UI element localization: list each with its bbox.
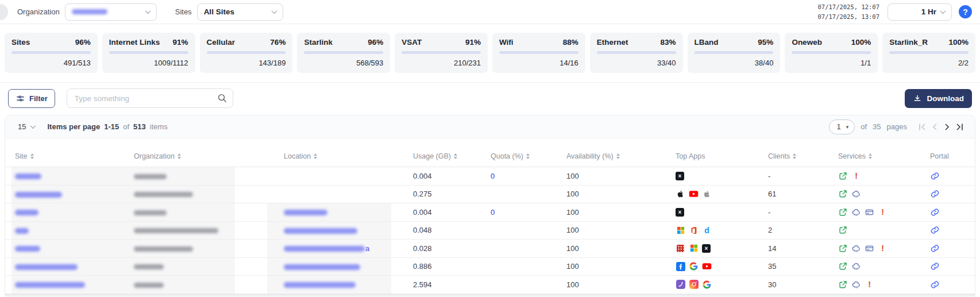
progress-bar — [207, 51, 286, 54]
top-apps-cell: × — [676, 208, 768, 217]
stat-count: 38/40 — [695, 59, 774, 67]
edge-toggle[interactable] — [0, 4, 8, 20]
sites-select[interactable]: All Sites — [197, 3, 283, 21]
alert-icon[interactable]: ! — [851, 171, 861, 181]
alert-icon[interactable]: ! — [878, 244, 888, 253]
site-link-blurred[interactable] — [15, 210, 38, 215]
location-link-blurred[interactable] — [284, 264, 360, 270]
portal-link-icon[interactable] — [930, 261, 940, 271]
column-header-location[interactable]: Location — [284, 152, 413, 160]
site-link-blurred[interactable] — [15, 173, 41, 179]
column-header-clients[interactable]: Clients — [768, 152, 838, 160]
portal-link-icon[interactable] — [930, 225, 940, 235]
payment-card-icon[interactable] — [865, 207, 874, 217]
portal-cell — [930, 244, 975, 253]
portal-link-icon[interactable] — [930, 244, 940, 253]
site-link-blurred[interactable] — [15, 192, 62, 198]
cloud-icon[interactable] — [851, 207, 861, 217]
portal-link-icon[interactable] — [930, 207, 940, 217]
of-label: of — [123, 122, 129, 131]
filter-button[interactable]: Filter — [8, 89, 55, 108]
table-row: 0.004 0 100 × - ! — [5, 167, 975, 186]
site-link-blurred[interactable] — [15, 228, 29, 234]
portal-link-icon[interactable] — [930, 171, 940, 181]
organization-text-blurred — [134, 228, 218, 233]
stat-count: 143/189 — [207, 59, 286, 67]
stat-label: Ethernet — [597, 38, 628, 47]
site-link-blurred[interactable] — [15, 282, 85, 288]
triangle-down-icon: ▾ — [846, 124, 849, 130]
column-header-organization[interactable]: Organization — [134, 152, 284, 160]
help-icon[interactable]: ? — [959, 5, 972, 18]
stat-card-cellular: Cellular76% 143/189 — [200, 33, 293, 73]
location-link-blurred[interactable] — [284, 282, 356, 288]
stat-card-lband: LBand95% 38/40 — [688, 33, 781, 73]
table-row: a 0.028 100 × 14 ! — [5, 240, 975, 258]
services-cell: ! — [838, 171, 930, 181]
usage-value: 2.594 — [413, 280, 491, 289]
cloud-icon[interactable] — [851, 189, 861, 199]
quota-link[interactable]: 0 — [491, 208, 495, 217]
download-button[interactable]: Download — [905, 89, 973, 108]
site-link-blurred[interactable] — [15, 246, 40, 252]
external-link-icon[interactable] — [838, 261, 848, 271]
availability-value: 100 — [566, 280, 676, 289]
time-range-select[interactable]: 1 Hr — [888, 3, 952, 21]
alert-icon[interactable]: ! — [865, 280, 874, 290]
portal-cell — [930, 171, 975, 181]
services-cell: ! — [838, 280, 930, 290]
next-page-button[interactable] — [943, 122, 952, 132]
column-header-top-apps: Top Apps — [676, 152, 768, 160]
chevron-down-icon — [30, 123, 36, 129]
organization-select[interactable] — [65, 3, 157, 21]
location-link-blurred[interactable] — [284, 246, 365, 252]
horizontal-scrollbar-track[interactable] — [5, 295, 975, 297]
time-range-end: 07/17/2025, 13:07 — [818, 12, 879, 21]
column-header-quota[interactable]: Quota (%) — [491, 152, 566, 160]
column-header-usage[interactable]: Usage (GB) — [413, 152, 491, 160]
site-link-blurred[interactable] — [15, 264, 78, 270]
cloud-icon[interactable] — [851, 244, 861, 253]
current-page-select[interactable]: 1 ▾ — [829, 119, 855, 134]
stat-card-sites: Sites96% 491/513 — [5, 33, 98, 73]
external-link-icon[interactable] — [838, 280, 848, 290]
portal-link-icon[interactable] — [930, 189, 940, 199]
stat-percent: 83% — [661, 38, 676, 47]
external-link-icon[interactable] — [838, 171, 848, 181]
column-header-services[interactable]: Services — [838, 152, 930, 160]
top-apps-cell — [676, 261, 768, 271]
location-link-blurred[interactable] — [284, 210, 327, 215]
portal-link-icon[interactable] — [930, 280, 940, 290]
items-label: items — [150, 122, 168, 131]
payment-card-icon[interactable] — [865, 244, 874, 253]
column-header-site[interactable]: Site — [15, 152, 134, 160]
alert-icon[interactable]: ! — [878, 207, 888, 217]
office-app-icon — [689, 225, 699, 235]
services-cell — [838, 225, 930, 235]
sort-icon — [178, 153, 181, 159]
organization-text-blurred — [134, 174, 167, 179]
column-header-availability[interactable]: Availability (%) — [566, 152, 676, 160]
stat-percent: 91% — [465, 38, 481, 47]
organization-text-blurred — [134, 246, 193, 252]
first-page-button[interactable] — [917, 122, 927, 132]
organization-label: Organization — [17, 7, 60, 16]
cloud-icon[interactable] — [851, 261, 861, 271]
quota-link[interactable]: 0 — [491, 172, 495, 180]
external-link-icon[interactable] — [838, 225, 848, 235]
organization-text-blurred — [134, 283, 164, 288]
last-page-button[interactable] — [955, 122, 964, 132]
stat-percent: 91% — [173, 38, 188, 47]
external-link-icon[interactable] — [838, 244, 848, 253]
sort-icon — [454, 153, 457, 159]
cloud-icon[interactable] — [851, 280, 861, 290]
external-link-icon[interactable] — [838, 207, 848, 217]
page-size-select[interactable]: 15 — [18, 122, 35, 131]
location-link-blurred[interactable] — [284, 228, 357, 234]
clients-value: 14 — [768, 244, 838, 253]
search-input[interactable] — [67, 88, 233, 108]
external-link-icon[interactable] — [838, 189, 848, 199]
usage-value: 0.004 — [413, 172, 491, 180]
previous-page-button[interactable] — [930, 122, 939, 132]
progress-bar — [792, 51, 871, 54]
